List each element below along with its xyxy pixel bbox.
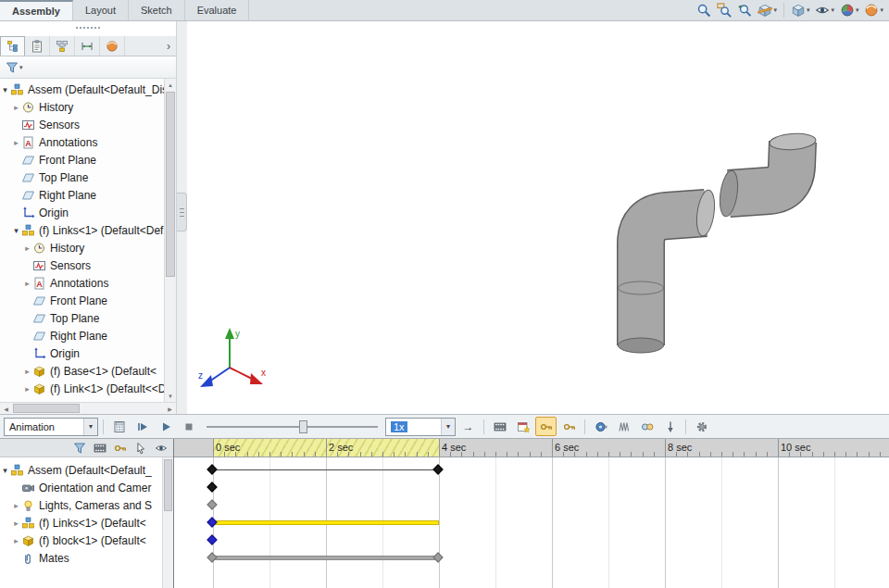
stop-button[interactable] bbox=[178, 417, 199, 436]
tree-item-links-subassembly[interactable]: ▾(f) Links<1> (Default<Def bbox=[0, 221, 176, 239]
chevron-down-icon[interactable]: ▾ bbox=[19, 64, 23, 71]
feature-tree-hscrollbar[interactable]: ◀ ▶ bbox=[0, 402, 176, 414]
expander-icon[interactable]: ▸ bbox=[11, 138, 21, 147]
timeline-key-0s[interactable] bbox=[207, 499, 217, 509]
graphics-area[interactable]: y x z bbox=[187, 21, 889, 414]
edit-appearance-button[interactable]: ▾ bbox=[838, 1, 861, 19]
timeline-ruler[interactable]: 0 sec 2 sec 4 sec 6 sec 8 sec 10 sec bbox=[174, 439, 889, 457]
autokey-toggle-button[interactable] bbox=[535, 417, 557, 436]
tab-propertymanager[interactable] bbox=[25, 36, 50, 56]
timeline-key-0s[interactable] bbox=[207, 464, 217, 474]
tree-item-right-plane[interactable]: Right Plane bbox=[0, 327, 176, 344]
filter-icon[interactable] bbox=[6, 61, 19, 74]
slider-thumb[interactable] bbox=[299, 420, 307, 433]
tree-item-assem[interactable]: ▾Assem (Default<Default_Disp bbox=[0, 81, 176, 98]
tab-dimxpertmanager[interactable] bbox=[75, 36, 100, 56]
splitter-handle[interactable] bbox=[177, 193, 187, 231]
tree-item-base-part[interactable]: ▸(f) Base<1> (Default< bbox=[0, 362, 176, 380]
scroll-right-arrow[interactable]: ▶ bbox=[164, 403, 176, 415]
zoom-to-area-button[interactable] bbox=[715, 1, 733, 19]
duration-bar[interactable] bbox=[213, 520, 439, 525]
motor-button[interactable] bbox=[590, 417, 611, 436]
scroll-thumb[interactable] bbox=[164, 459, 172, 511]
motion-item-links[interactable]: ▸(f) Links<1> (Default< bbox=[0, 514, 173, 532]
timeline-filter-button[interactable] bbox=[70, 440, 88, 456]
timeline-key-0s[interactable] bbox=[207, 534, 217, 544]
add-key-button[interactable] bbox=[558, 417, 580, 436]
timeline-key-0s[interactable] bbox=[207, 517, 217, 527]
play-button[interactable] bbox=[155, 417, 176, 436]
calculate-button[interactable] bbox=[108, 417, 130, 436]
tree-item-sensors[interactable]: Sensors bbox=[0, 116, 176, 133]
filter-animated-button[interactable] bbox=[91, 440, 108, 456]
scroll-left-arrow[interactable]: ◀ bbox=[0, 403, 12, 415]
tree-item-annotations[interactable]: ▸Annotations bbox=[0, 274, 176, 292]
playback-mode-button[interactable]: → bbox=[457, 417, 479, 436]
tree-item-history[interactable]: ▸History bbox=[0, 239, 176, 256]
tab-sketch[interactable]: Sketch bbox=[129, 0, 185, 20]
expander-icon[interactable]: ▾ bbox=[0, 466, 10, 475]
tree-item-origin[interactable]: Origin bbox=[0, 344, 176, 362]
motion-item-mates[interactable]: Mates bbox=[0, 549, 173, 567]
panel-tabs-overflow-chevron[interactable]: › bbox=[161, 36, 176, 56]
motion-item-orientation-cameras[interactable]: Orientation and Camer bbox=[0, 479, 173, 496]
expander-icon[interactable]: ▸ bbox=[22, 244, 32, 253]
expander-icon[interactable]: ▾ bbox=[11, 226, 21, 235]
play-from-start-button[interactable] bbox=[131, 417, 153, 436]
apply-scene-button[interactable]: ▾ bbox=[862, 1, 885, 19]
section-view-button[interactable]: ▾ bbox=[756, 1, 779, 19]
tree-item-link-part[interactable]: ▸(f) Link<1> (Default<<De bbox=[0, 380, 176, 397]
tree-item-top-plane[interactable]: Top Plane bbox=[0, 309, 176, 327]
mates-bar[interactable] bbox=[213, 556, 439, 560]
filter-selected-button[interactable] bbox=[131, 440, 149, 456]
playback-speed-combo[interactable]: 1x ▾ bbox=[385, 418, 456, 436]
view-orientation-button[interactable]: ▾ bbox=[789, 1, 812, 19]
expander-icon[interactable]: ▸ bbox=[11, 536, 21, 545]
filter-results-button[interactable] bbox=[152, 440, 169, 456]
filter-driving-button[interactable] bbox=[111, 440, 129, 456]
tab-layout[interactable]: Layout bbox=[73, 0, 129, 20]
tab-assembly[interactable]: Assembly bbox=[0, 0, 73, 20]
feature-tree-vscrollbar[interactable]: ▲ ▼ bbox=[164, 79, 176, 402]
tab-configurationmanager[interactable] bbox=[50, 36, 75, 56]
spring-button[interactable] bbox=[613, 417, 634, 436]
study-type-combo[interactable]: Animation ▾ bbox=[4, 418, 98, 436]
timeline-zoom-slider[interactable] bbox=[207, 419, 378, 435]
tree-item-annotations[interactable]: ▸Annotations bbox=[0, 133, 176, 151]
tab-featuremanager-design-tree[interactable] bbox=[0, 36, 25, 56]
previous-view-button[interactable] bbox=[735, 1, 754, 19]
motion-item-lights-cameras[interactable]: ▸Lights, Cameras and S bbox=[0, 496, 173, 514]
timeline-grid[interactable] bbox=[174, 457, 889, 588]
display-style-button[interactable]: ▾ bbox=[813, 1, 836, 19]
panel-drag-handle[interactable] bbox=[76, 27, 100, 31]
expander-icon[interactable]: ▸ bbox=[11, 519, 21, 528]
tree-item-top-plane[interactable]: Top Plane bbox=[0, 169, 176, 186]
tree-item-history[interactable]: ▸History bbox=[0, 98, 176, 116]
tree-item-right-plane[interactable]: Right Plane bbox=[0, 186, 176, 204]
tree-item-origin[interactable]: Origin bbox=[0, 204, 176, 221]
scroll-down-arrow[interactable]: ▼ bbox=[165, 390, 176, 402]
motion-tree-vscrollbar[interactable] bbox=[162, 457, 173, 588]
scroll-up-arrow[interactable]: ▲ bbox=[165, 79, 176, 91]
expander-icon[interactable]: ▸ bbox=[22, 384, 32, 394]
motion-study-properties-button[interactable] bbox=[691, 417, 712, 436]
panel-splitter[interactable] bbox=[176, 21, 187, 414]
contact-button[interactable] bbox=[636, 417, 657, 436]
tree-item-sensors[interactable]: Sensors bbox=[0, 256, 176, 274]
tab-evaluate[interactable]: Evaluate bbox=[185, 0, 250, 20]
tree-item-front-plane[interactable]: Front Plane bbox=[0, 151, 176, 169]
motion-item-assem[interactable]: ▾Assem (Default<Default_ bbox=[0, 461, 173, 479]
scroll-thumb[interactable] bbox=[13, 404, 80, 413]
timeline-key-4s[interactable] bbox=[432, 464, 443, 474]
animation-wizard-button[interactable] bbox=[512, 417, 533, 436]
gravity-button[interactable] bbox=[659, 417, 681, 436]
timeline-key-0s[interactable] bbox=[207, 482, 217, 492]
motion-item-block[interactable]: ▸(f) block<1> (Default< bbox=[0, 532, 173, 549]
expander-icon[interactable]: ▸ bbox=[11, 103, 21, 112]
expander-icon[interactable]: ▸ bbox=[22, 279, 32, 288]
timeline-key-0s[interactable] bbox=[207, 552, 217, 562]
save-animation-button[interactable] bbox=[489, 417, 510, 436]
scroll-thumb[interactable] bbox=[166, 92, 175, 277]
zoom-to-fit-button[interactable] bbox=[695, 1, 713, 19]
expander-icon[interactable]: ▾ bbox=[0, 85, 10, 94]
